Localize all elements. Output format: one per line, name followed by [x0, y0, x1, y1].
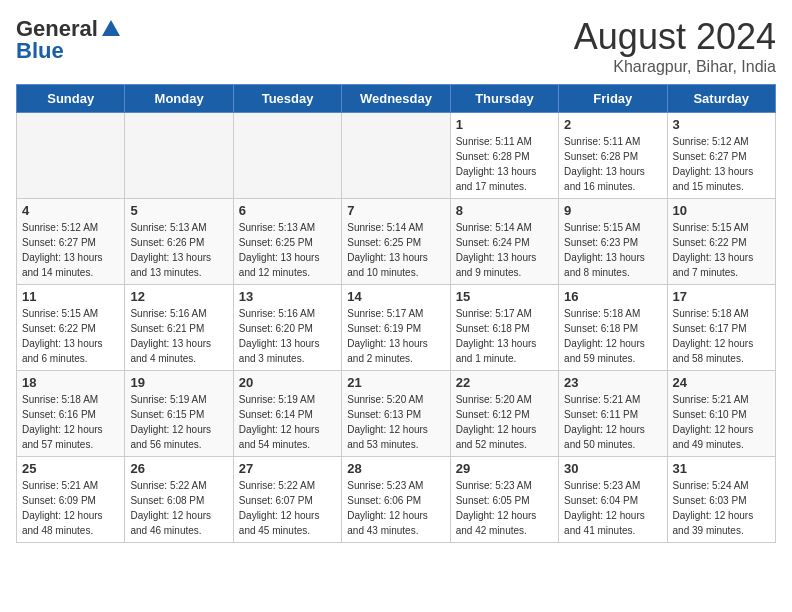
calendar-cell: 1Sunrise: 5:11 AM Sunset: 6:28 PM Daylig…	[450, 113, 558, 199]
day-info: Sunrise: 5:11 AM Sunset: 6:28 PM Dayligh…	[456, 136, 537, 192]
subtitle: Kharagpur, Bihar, India	[574, 58, 776, 76]
calendar-cell: 6Sunrise: 5:13 AM Sunset: 6:25 PM Daylig…	[233, 199, 341, 285]
day-info: Sunrise: 5:21 AM Sunset: 6:09 PM Dayligh…	[22, 480, 103, 536]
day-number: 19	[130, 375, 227, 390]
day-info: Sunrise: 5:20 AM Sunset: 6:12 PM Dayligh…	[456, 394, 537, 450]
day-info: Sunrise: 5:17 AM Sunset: 6:18 PM Dayligh…	[456, 308, 537, 364]
calendar-cell: 20Sunrise: 5:19 AM Sunset: 6:14 PM Dayli…	[233, 371, 341, 457]
day-number: 11	[22, 289, 119, 304]
day-info: Sunrise: 5:17 AM Sunset: 6:19 PM Dayligh…	[347, 308, 428, 364]
day-info: Sunrise: 5:21 AM Sunset: 6:11 PM Dayligh…	[564, 394, 645, 450]
day-info: Sunrise: 5:14 AM Sunset: 6:24 PM Dayligh…	[456, 222, 537, 278]
day-number: 22	[456, 375, 553, 390]
calendar-cell: 15Sunrise: 5:17 AM Sunset: 6:18 PM Dayli…	[450, 285, 558, 371]
day-info: Sunrise: 5:23 AM Sunset: 6:06 PM Dayligh…	[347, 480, 428, 536]
day-info: Sunrise: 5:19 AM Sunset: 6:15 PM Dayligh…	[130, 394, 211, 450]
day-number: 24	[673, 375, 770, 390]
calendar-cell: 26Sunrise: 5:22 AM Sunset: 6:08 PM Dayli…	[125, 457, 233, 543]
day-info: Sunrise: 5:23 AM Sunset: 6:04 PM Dayligh…	[564, 480, 645, 536]
calendar-cell: 2Sunrise: 5:11 AM Sunset: 6:28 PM Daylig…	[559, 113, 667, 199]
calendar-cell: 14Sunrise: 5:17 AM Sunset: 6:19 PM Dayli…	[342, 285, 450, 371]
day-number: 30	[564, 461, 661, 476]
day-number: 31	[673, 461, 770, 476]
day-info: Sunrise: 5:16 AM Sunset: 6:20 PM Dayligh…	[239, 308, 320, 364]
day-number: 7	[347, 203, 444, 218]
calendar-cell: 13Sunrise: 5:16 AM Sunset: 6:20 PM Dayli…	[233, 285, 341, 371]
day-number: 8	[456, 203, 553, 218]
col-header-sunday: Sunday	[17, 85, 125, 113]
calendar-cell: 21Sunrise: 5:20 AM Sunset: 6:13 PM Dayli…	[342, 371, 450, 457]
calendar-cell: 8Sunrise: 5:14 AM Sunset: 6:24 PM Daylig…	[450, 199, 558, 285]
day-number: 17	[673, 289, 770, 304]
day-number: 12	[130, 289, 227, 304]
calendar-cell: 28Sunrise: 5:23 AM Sunset: 6:06 PM Dayli…	[342, 457, 450, 543]
day-number: 16	[564, 289, 661, 304]
day-info: Sunrise: 5:22 AM Sunset: 6:07 PM Dayligh…	[239, 480, 320, 536]
day-number: 10	[673, 203, 770, 218]
calendar-cell	[17, 113, 125, 199]
calendar-cell: 12Sunrise: 5:16 AM Sunset: 6:21 PM Dayli…	[125, 285, 233, 371]
main-title: August 2024	[574, 16, 776, 58]
day-info: Sunrise: 5:12 AM Sunset: 6:27 PM Dayligh…	[673, 136, 754, 192]
day-info: Sunrise: 5:12 AM Sunset: 6:27 PM Dayligh…	[22, 222, 103, 278]
col-header-saturday: Saturday	[667, 85, 775, 113]
day-info: Sunrise: 5:19 AM Sunset: 6:14 PM Dayligh…	[239, 394, 320, 450]
day-number: 29	[456, 461, 553, 476]
calendar-cell: 4Sunrise: 5:12 AM Sunset: 6:27 PM Daylig…	[17, 199, 125, 285]
calendar-cell: 16Sunrise: 5:18 AM Sunset: 6:18 PM Dayli…	[559, 285, 667, 371]
day-info: Sunrise: 5:15 AM Sunset: 6:22 PM Dayligh…	[673, 222, 754, 278]
calendar-cell: 30Sunrise: 5:23 AM Sunset: 6:04 PM Dayli…	[559, 457, 667, 543]
col-header-monday: Monday	[125, 85, 233, 113]
calendar-cell: 27Sunrise: 5:22 AM Sunset: 6:07 PM Dayli…	[233, 457, 341, 543]
day-info: Sunrise: 5:16 AM Sunset: 6:21 PM Dayligh…	[130, 308, 211, 364]
calendar-cell: 31Sunrise: 5:24 AM Sunset: 6:03 PM Dayli…	[667, 457, 775, 543]
day-info: Sunrise: 5:18 AM Sunset: 6:16 PM Dayligh…	[22, 394, 103, 450]
day-info: Sunrise: 5:15 AM Sunset: 6:23 PM Dayligh…	[564, 222, 645, 278]
calendar-cell	[125, 113, 233, 199]
calendar-cell: 9Sunrise: 5:15 AM Sunset: 6:23 PM Daylig…	[559, 199, 667, 285]
calendar-cell: 11Sunrise: 5:15 AM Sunset: 6:22 PM Dayli…	[17, 285, 125, 371]
day-number: 25	[22, 461, 119, 476]
calendar-cell: 5Sunrise: 5:13 AM Sunset: 6:26 PM Daylig…	[125, 199, 233, 285]
col-header-thursday: Thursday	[450, 85, 558, 113]
day-number: 6	[239, 203, 336, 218]
col-header-friday: Friday	[559, 85, 667, 113]
calendar-cell: 22Sunrise: 5:20 AM Sunset: 6:12 PM Dayli…	[450, 371, 558, 457]
calendar-cell: 3Sunrise: 5:12 AM Sunset: 6:27 PM Daylig…	[667, 113, 775, 199]
day-number: 3	[673, 117, 770, 132]
day-number: 28	[347, 461, 444, 476]
day-info: Sunrise: 5:13 AM Sunset: 6:25 PM Dayligh…	[239, 222, 320, 278]
calendar-table: SundayMondayTuesdayWednesdayThursdayFrid…	[16, 84, 776, 543]
calendar-cell	[342, 113, 450, 199]
day-info: Sunrise: 5:22 AM Sunset: 6:08 PM Dayligh…	[130, 480, 211, 536]
day-info: Sunrise: 5:14 AM Sunset: 6:25 PM Dayligh…	[347, 222, 428, 278]
day-number: 9	[564, 203, 661, 218]
day-number: 15	[456, 289, 553, 304]
day-number: 26	[130, 461, 227, 476]
col-header-wednesday: Wednesday	[342, 85, 450, 113]
day-number: 4	[22, 203, 119, 218]
day-info: Sunrise: 5:24 AM Sunset: 6:03 PM Dayligh…	[673, 480, 754, 536]
day-number: 18	[22, 375, 119, 390]
calendar-cell: 23Sunrise: 5:21 AM Sunset: 6:11 PM Dayli…	[559, 371, 667, 457]
day-number: 23	[564, 375, 661, 390]
calendar-cell: 29Sunrise: 5:23 AM Sunset: 6:05 PM Dayli…	[450, 457, 558, 543]
logo-icon	[100, 18, 122, 40]
day-info: Sunrise: 5:11 AM Sunset: 6:28 PM Dayligh…	[564, 136, 645, 192]
day-number: 27	[239, 461, 336, 476]
logo: General Blue	[16, 16, 122, 64]
day-info: Sunrise: 5:18 AM Sunset: 6:17 PM Dayligh…	[673, 308, 754, 364]
day-info: Sunrise: 5:21 AM Sunset: 6:10 PM Dayligh…	[673, 394, 754, 450]
col-header-tuesday: Tuesday	[233, 85, 341, 113]
calendar-cell: 24Sunrise: 5:21 AM Sunset: 6:10 PM Dayli…	[667, 371, 775, 457]
calendar-cell: 18Sunrise: 5:18 AM Sunset: 6:16 PM Dayli…	[17, 371, 125, 457]
calendar-cell: 19Sunrise: 5:19 AM Sunset: 6:15 PM Dayli…	[125, 371, 233, 457]
calendar-cell: 17Sunrise: 5:18 AM Sunset: 6:17 PM Dayli…	[667, 285, 775, 371]
day-info: Sunrise: 5:15 AM Sunset: 6:22 PM Dayligh…	[22, 308, 103, 364]
day-info: Sunrise: 5:23 AM Sunset: 6:05 PM Dayligh…	[456, 480, 537, 536]
day-info: Sunrise: 5:18 AM Sunset: 6:18 PM Dayligh…	[564, 308, 645, 364]
svg-marker-0	[102, 20, 120, 36]
day-number: 5	[130, 203, 227, 218]
day-number: 21	[347, 375, 444, 390]
day-number: 2	[564, 117, 661, 132]
